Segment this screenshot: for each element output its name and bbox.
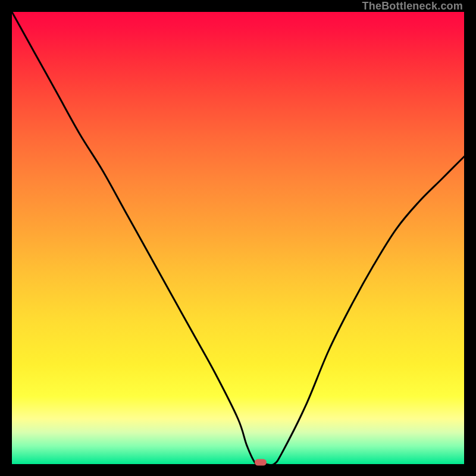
bottleneck-curve	[12, 12, 464, 464]
plot-area	[12, 12, 464, 464]
chart-frame: TheBottleneck.com	[0, 0, 476, 476]
watermark-text: TheBottleneck.com	[362, 0, 463, 12]
curve-svg	[12, 12, 464, 464]
minimum-marker	[255, 459, 267, 466]
